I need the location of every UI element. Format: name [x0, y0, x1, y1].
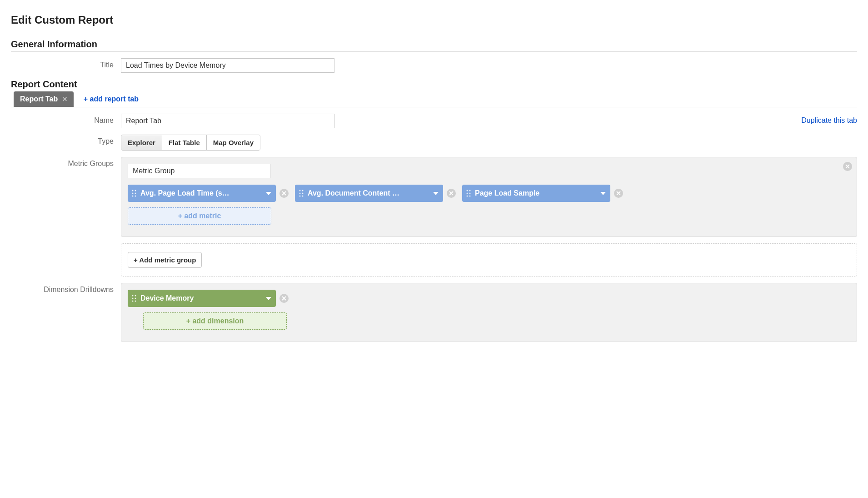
close-icon: [616, 191, 621, 196]
tab-label: Report Tab: [20, 95, 58, 103]
page-title: Edit Custom Report: [11, 14, 857, 26]
type-label: Type: [11, 135, 121, 146]
svg-point-10: [299, 190, 301, 191]
name-input[interactable]: [121, 114, 334, 128]
duplicate-tab-link[interactable]: Duplicate this tab: [801, 116, 857, 125]
close-icon: [282, 296, 286, 301]
metric-chip-page-load-sample[interactable]: Page Load Sample: [462, 185, 610, 202]
chevron-down-icon: [433, 189, 439, 197]
svg-point-29: [135, 298, 136, 299]
add-dimension-button[interactable]: + add dimension: [143, 312, 287, 330]
svg-point-7: [135, 196, 136, 197]
drag-handle-icon[interactable]: [466, 189, 471, 197]
svg-point-23: [469, 196, 471, 197]
dimension-drilldowns-panel: Device Memory + add dimension: [121, 283, 857, 342]
svg-point-31: [135, 301, 136, 302]
close-icon: [449, 191, 454, 196]
section-general-information: General Information: [11, 39, 857, 50]
svg-point-13: [302, 193, 304, 194]
close-icon: [282, 191, 286, 196]
svg-point-20: [467, 193, 468, 194]
svg-point-18: [467, 190, 468, 191]
add-metric-button[interactable]: + add metric: [128, 207, 271, 225]
remove-metric-group-button[interactable]: [843, 162, 852, 171]
metric-chips-row: Avg. Page Load Time (s… Avg. D: [128, 185, 850, 207]
close-icon: [845, 164, 850, 169]
svg-point-2: [132, 190, 134, 191]
dimension-drilldowns-label: Dimension Drilldowns: [11, 283, 121, 294]
chevron-down-icon: [266, 189, 271, 197]
svg-point-21: [469, 193, 471, 194]
svg-point-30: [132, 301, 134, 302]
metric-chip-avg-document-content[interactable]: Avg. Document Content …: [295, 185, 443, 202]
svg-point-28: [132, 298, 134, 299]
svg-point-3: [135, 190, 136, 191]
drag-handle-icon[interactable]: [131, 294, 137, 302]
tab-report-tab[interactable]: Report Tab ×: [14, 91, 74, 107]
drag-handle-icon[interactable]: [131, 189, 137, 197]
dimension-chip-device-memory[interactable]: Device Memory: [128, 290, 276, 307]
chevron-down-icon: [600, 189, 606, 197]
drag-handle-icon[interactable]: [299, 189, 304, 197]
remove-metric-button[interactable]: [614, 189, 623, 198]
svg-point-6: [132, 196, 134, 197]
chevron-down-icon: [266, 294, 271, 302]
section-report-content: Report Content: [11, 79, 857, 90]
add-metric-group-panel: + Add metric group: [121, 243, 857, 277]
tabbar: Report Tab × + add report tab: [11, 91, 857, 107]
remove-metric-button[interactable]: [447, 189, 456, 198]
name-label: Name: [11, 114, 121, 125]
title-label: Title: [11, 58, 121, 69]
type-map-overlay-button[interactable]: Map Overlay: [207, 135, 260, 150]
svg-point-27: [135, 295, 136, 297]
svg-point-4: [132, 193, 134, 194]
svg-point-11: [302, 190, 304, 191]
type-toggle: Explorer Flat Table Map Overlay: [121, 135, 260, 151]
svg-point-15: [302, 196, 304, 197]
metric-chip-label: Avg. Page Load Time (s…: [140, 189, 262, 197]
dimension-chip-label: Device Memory: [140, 294, 262, 302]
svg-point-14: [299, 196, 301, 197]
metric-chip-avg-page-load-time[interactable]: Avg. Page Load Time (s…: [128, 185, 276, 202]
svg-point-26: [132, 295, 134, 297]
svg-point-22: [467, 196, 468, 197]
add-report-tab-button[interactable]: + add report tab: [84, 95, 139, 103]
metric-group-name-input[interactable]: [128, 164, 270, 178]
metric-chip-label: Page Load Sample: [475, 189, 597, 197]
type-explorer-button[interactable]: Explorer: [121, 135, 162, 150]
metric-group-panel: Avg. Page Load Time (s… Avg. D: [121, 157, 857, 237]
svg-point-5: [135, 193, 136, 194]
svg-point-12: [299, 193, 301, 194]
svg-point-19: [469, 190, 471, 191]
metric-groups-label: Metric Groups: [11, 157, 121, 168]
type-flat-table-button[interactable]: Flat Table: [162, 135, 207, 150]
close-icon[interactable]: ×: [62, 95, 67, 103]
metric-chip-label: Avg. Document Content …: [308, 189, 429, 197]
remove-dimension-button[interactable]: [279, 294, 289, 303]
divider: [11, 51, 857, 52]
title-input[interactable]: [121, 58, 334, 73]
remove-metric-button[interactable]: [279, 189, 289, 198]
add-metric-group-button[interactable]: + Add metric group: [128, 252, 202, 268]
